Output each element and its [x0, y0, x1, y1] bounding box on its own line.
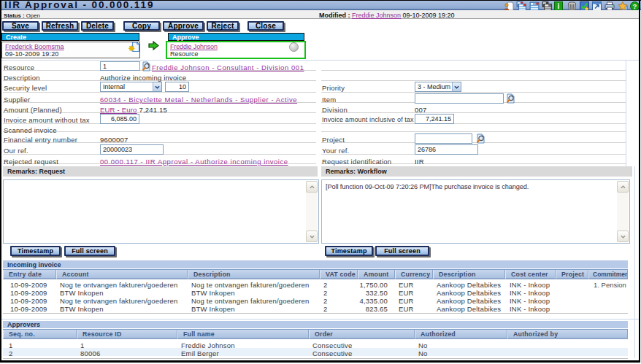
svg-text:i: i [558, 2, 560, 10]
svg-text:?: ? [633, 2, 637, 10]
